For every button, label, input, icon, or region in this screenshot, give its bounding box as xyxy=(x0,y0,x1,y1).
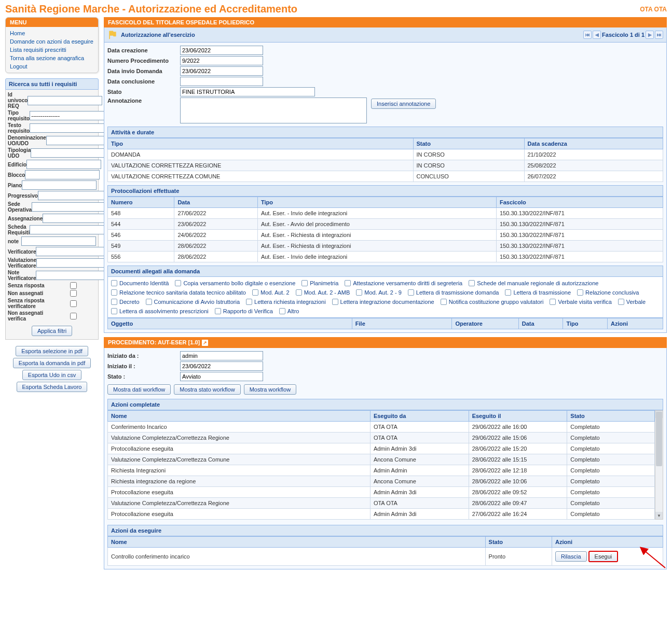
pager-first-icon[interactable]: ⏮ xyxy=(583,31,592,39)
menu-link[interactable]: Home xyxy=(10,29,94,37)
workflow-button[interactable]: Mostra workflow xyxy=(244,384,296,395)
popup-icon[interactable]: ↗ xyxy=(202,340,208,346)
checkbox-icon[interactable] xyxy=(215,308,221,314)
checkbox-icon[interactable] xyxy=(577,289,583,296)
checkbox-icon[interactable] xyxy=(550,299,556,305)
checkbox-icon[interactable] xyxy=(441,299,447,305)
search-combo[interactable] xyxy=(30,111,104,120)
checkbox-icon[interactable] xyxy=(175,280,181,286)
doc-chip[interactable]: Verbale xyxy=(618,299,646,305)
doc-chip[interactable]: Copia versamento bollo digitale o esenzi… xyxy=(175,280,295,286)
checkbox-icon[interactable] xyxy=(146,299,152,305)
checkbox-icon[interactable] xyxy=(111,289,117,296)
doc-chip[interactable]: Lettera di assolvimento prescrizioni xyxy=(111,308,209,314)
search-input[interactable] xyxy=(31,148,105,158)
pager-next-icon[interactable]: ▶ xyxy=(646,31,654,39)
doc-chip[interactable]: Attestazione versamento diritti di segre… xyxy=(345,280,462,286)
menu-link[interactable]: Lista requisiti prescritti xyxy=(10,46,94,54)
stato-field[interactable] xyxy=(180,87,315,96)
search-input[interactable] xyxy=(22,180,97,190)
esegui-button[interactable]: Esegui xyxy=(588,551,619,562)
search-input[interactable] xyxy=(26,160,101,169)
doc-chip[interactable]: Mod. Aut. 2 - AMB xyxy=(296,289,350,296)
export-button[interactable]: Esporta selezione in pdf xyxy=(16,346,88,356)
protocollazioni-header: Protocollazioni effettuate xyxy=(107,185,663,197)
search-input[interactable] xyxy=(30,225,104,234)
menu-link[interactable]: Domande con azioni da eseguire xyxy=(10,37,94,46)
search-input[interactable] xyxy=(36,258,111,268)
checkbox-icon[interactable] xyxy=(505,289,511,296)
doc-chip[interactable]: Lettera di trasmissione xyxy=(505,289,571,296)
export-button[interactable]: Esporta la domanda in pdf xyxy=(13,358,91,368)
data-conclusione-field[interactable] xyxy=(180,77,263,86)
search-input[interactable] xyxy=(25,170,100,179)
svg-line-0 xyxy=(644,551,665,568)
doc-chip[interactable]: Altro xyxy=(279,308,299,314)
doc-chip[interactable]: Documento Identità xyxy=(111,280,169,286)
checkbox-icon[interactable] xyxy=(111,280,117,286)
checkbox-icon[interactable] xyxy=(356,289,362,296)
doc-chip[interactable]: Mod. Aut. 2 xyxy=(252,289,290,296)
checkbox-icon[interactable] xyxy=(252,289,258,296)
doc-chip[interactable]: Mod. Aut. 2 - 9 xyxy=(356,289,402,296)
search-input[interactable] xyxy=(38,191,113,200)
doc-chip[interactable]: Rapporto di Verifica xyxy=(215,308,273,314)
doc-chip[interactable]: Relazione tecnico sanitaria datata tecni… xyxy=(111,289,246,296)
search-input[interactable] xyxy=(30,123,104,133)
search-input[interactable] xyxy=(28,96,102,105)
search-input[interactable] xyxy=(36,247,111,256)
table-row: Richiesta integrazione da regioneAncona … xyxy=(108,476,655,487)
doc-chip[interactable]: Comunicazione di Avvio Istruttoria xyxy=(146,299,240,305)
iniziato-il-field[interactable] xyxy=(180,361,263,371)
data-creazione-field[interactable] xyxy=(180,46,263,55)
checkbox-icon[interactable] xyxy=(408,289,414,296)
search-input[interactable] xyxy=(36,271,111,280)
workflow-button[interactable]: Mostra dati workflow xyxy=(107,384,171,395)
checkbox-icon[interactable] xyxy=(345,280,351,286)
annotazione-field[interactable] xyxy=(180,97,367,123)
doc-chip[interactable]: Lettera di trasmissione domanda xyxy=(408,289,499,296)
checkbox-icon[interactable] xyxy=(618,299,624,305)
menu-link[interactable]: Logout xyxy=(10,62,94,71)
workflow-button[interactable]: Mostra stato workflow xyxy=(174,384,240,395)
checkbox-icon[interactable] xyxy=(246,299,252,305)
search-check[interactable] xyxy=(70,282,77,289)
numero-procedimento-field[interactable] xyxy=(180,56,263,65)
doc-chip[interactable]: Decreto xyxy=(111,299,140,305)
rilascia-button[interactable]: Rilascia xyxy=(555,551,587,562)
doc-chip[interactable]: Verbale visita verifica xyxy=(550,299,611,305)
checkbox-icon[interactable] xyxy=(111,308,117,314)
checkbox-icon[interactable] xyxy=(111,299,117,305)
search-input[interactable] xyxy=(32,202,106,212)
iniziato-da-field[interactable] xyxy=(180,351,263,360)
checkbox-icon[interactable] xyxy=(469,280,475,286)
pager-prev-icon[interactable]: ◀ xyxy=(593,31,601,39)
pager-last-icon[interactable]: ⏭ xyxy=(655,31,663,39)
search-check[interactable] xyxy=(70,313,77,319)
azioni-completate-table: NomeEseguito daEseguito ilStatoConferime… xyxy=(107,410,655,520)
checkbox-icon[interactable] xyxy=(332,299,338,305)
checkbox-icon[interactable] xyxy=(279,308,285,314)
search-input[interactable] xyxy=(21,236,96,246)
menu-link[interactable]: Torna alla sezione anagrafica xyxy=(10,54,94,62)
proc-stato-field[interactable] xyxy=(180,372,263,381)
page-title: Sanità Regione Marche - Autorizzazione e… xyxy=(5,3,297,15)
export-button[interactable]: Esporta Udo in csv xyxy=(22,370,81,380)
inserisci-annotazione-button[interactable]: Inserisci annotazione xyxy=(371,99,436,109)
doc-chip[interactable]: Relazione conclusiva xyxy=(577,289,639,296)
menu-box: MENU HomeDomande con azioni da eseguireL… xyxy=(5,17,99,73)
search-check[interactable] xyxy=(70,290,77,297)
search-box: Id univoco REQTipo requisitoTesto requis… xyxy=(5,90,99,340)
data-invio-field[interactable] xyxy=(180,66,263,76)
apply-filters-button[interactable]: Applica filtri xyxy=(32,326,72,336)
scrollbar[interactable]: ▲▼ xyxy=(655,410,663,520)
doc-chip[interactable]: Schede del manuale regionale di autorizz… xyxy=(469,280,598,286)
export-button[interactable]: Esporta Scheda Lavoro xyxy=(17,382,88,392)
checkbox-icon[interactable] xyxy=(296,289,302,296)
checkbox-icon[interactable] xyxy=(301,280,308,286)
doc-chip[interactable]: Planimetria xyxy=(301,280,338,286)
doc-chip[interactable]: Notifica costituzione gruppo valutatori xyxy=(441,299,544,305)
search-check[interactable] xyxy=(70,300,77,307)
doc-chip[interactable]: Lettera integrazione documentazione xyxy=(332,299,434,305)
doc-chip[interactable]: Lettera richiesta integrazioni xyxy=(246,299,326,305)
